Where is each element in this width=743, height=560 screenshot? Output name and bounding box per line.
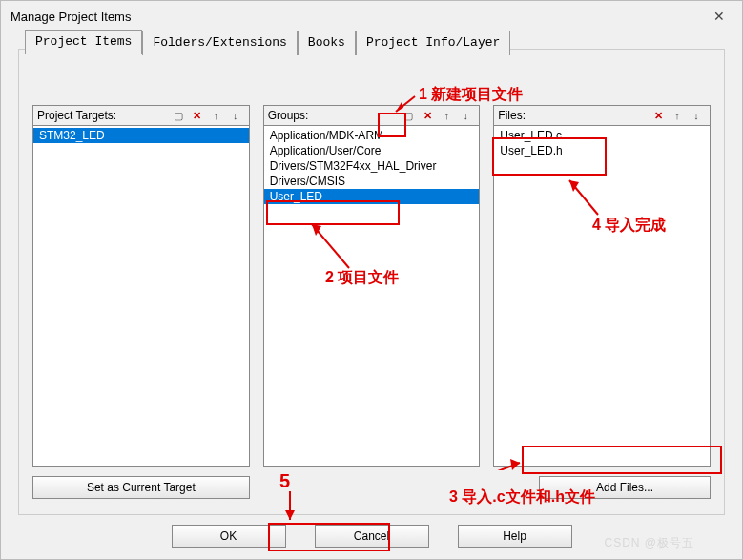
list-item[interactable]: User_LED.h (494, 143, 710, 158)
add-files-button[interactable]: Add Files... (539, 476, 711, 499)
ok-button[interactable]: OK (172, 525, 286, 548)
project-targets-column: Project Targets: ▢ ✕ ↑ ↓ STM32_LED Set a… (32, 105, 250, 499)
groups-header: Groups: ▢ ✕ ↑ ↓ (263, 105, 481, 126)
cancel-button[interactable]: Cancel (315, 525, 429, 548)
close-icon[interactable]: ✕ (706, 5, 733, 28)
delete-group-icon[interactable]: ✕ (418, 107, 437, 124)
target-up-icon[interactable]: ↑ (207, 107, 226, 124)
group-up-icon[interactable]: ↑ (437, 107, 456, 124)
help-button[interactable]: Help (458, 525, 572, 548)
groups-spacer (263, 476, 481, 499)
project-targets-label: Project Targets: (37, 109, 169, 122)
delete-target-icon[interactable]: ✕ (188, 107, 207, 124)
files-column: Files: ✕ ↑ ↓ User_LED.c User_LED.h Add F… (493, 105, 711, 499)
list-item[interactable]: Application/User/Core (264, 143, 480, 158)
list-item[interactable]: User_LED.c (494, 128, 710, 143)
groups-column: Groups: ▢ ✕ ↑ ↓ Application/MDK-ARM Appl… (263, 105, 481, 499)
delete-file-icon[interactable]: ✕ (649, 107, 668, 124)
groups-label: Groups: (268, 109, 400, 122)
files-list[interactable]: User_LED.c User_LED.h (493, 126, 711, 467)
files-header: Files: ✕ ↑ ↓ (493, 105, 711, 126)
titlebar: Manage Project Items ✕ (1, 1, 742, 31)
watermark: CSDN @极号五 (604, 535, 694, 551)
dialog-window: Manage Project Items ✕ Project Items Fol… (0, 0, 743, 560)
tab-project-info[interactable]: Project Info/Layer (356, 31, 510, 55)
target-down-icon[interactable]: ↓ (226, 107, 245, 124)
file-up-icon[interactable]: ↑ (668, 107, 687, 124)
list-item[interactable]: Drivers/STM32F4xx_HAL_Driver (264, 158, 480, 174)
content-panel: Project Items Folders/Extensions Books P… (18, 49, 725, 515)
tab-folders-extensions[interactable]: Folders/Extensions (142, 31, 297, 55)
tabs: Project Items Folders/Extensions Books P… (25, 44, 510, 69)
list-item[interactable]: User_LED (264, 189, 480, 204)
set-current-target-button[interactable]: Set as Current Target (32, 476, 250, 499)
files-label: Files: (498, 109, 649, 122)
columns: Project Targets: ▢ ✕ ↑ ↓ STM32_LED Set a… (19, 50, 724, 514)
tab-project-items[interactable]: Project Items (25, 30, 142, 54)
project-targets-list[interactable]: STM32_LED (32, 126, 250, 467)
project-targets-header: Project Targets: ▢ ✕ ↑ ↓ (32, 105, 250, 126)
window-title: Manage Project Items (10, 10, 706, 24)
list-item[interactable]: STM32_LED (33, 128, 249, 143)
new-target-icon[interactable]: ▢ (169, 107, 188, 124)
file-down-icon[interactable]: ↓ (687, 107, 706, 124)
list-item[interactable]: Application/MDK-ARM (264, 128, 480, 143)
tab-books[interactable]: Books (298, 31, 356, 55)
list-item[interactable]: Drivers/CMSIS (264, 174, 480, 189)
groups-list[interactable]: Application/MDK-ARM Application/User/Cor… (263, 126, 481, 467)
new-group-icon[interactable]: ▢ (399, 107, 418, 124)
group-down-icon[interactable]: ↓ (456, 107, 475, 124)
